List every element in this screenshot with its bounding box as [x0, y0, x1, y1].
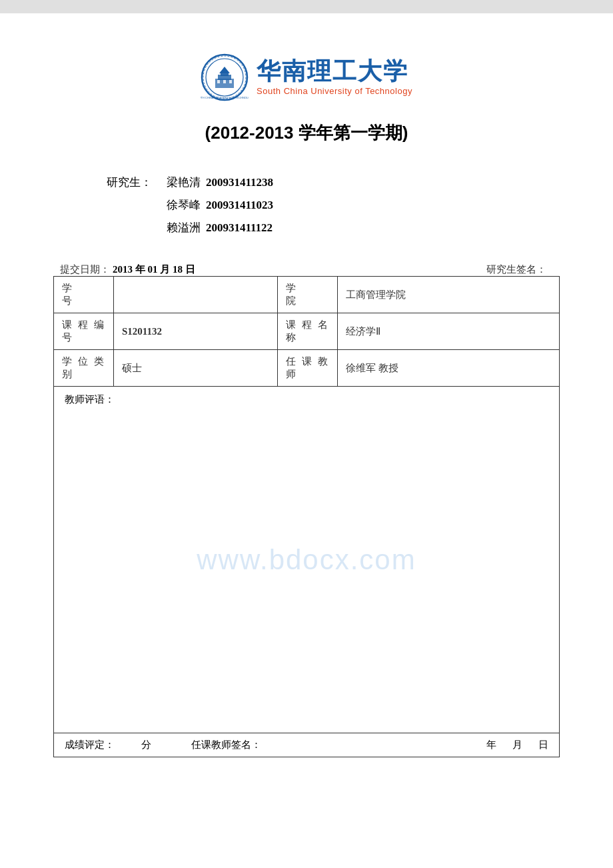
signature-label: 研究生签名：: [486, 263, 546, 276]
student-id-2: 200931411023: [206, 194, 273, 217]
score-label: 成绩评定：: [65, 739, 115, 751]
student-id-3: 200931411122: [206, 217, 273, 239]
label-teacher: 任课教师: [278, 350, 338, 387]
score-unit: 分: [141, 739, 151, 751]
document-title: (2012-2013 学年第一学期): [53, 121, 560, 145]
label-student-id: 学 号: [54, 277, 114, 313]
table-row-2: 课程编号 S1201132 课程名称 经济学Ⅱ: [54, 313, 560, 350]
svg-marker-6: [219, 67, 230, 73]
university-emblem: SOUTH CHINA UNIVERSITY OF TECHNOLOGY: [201, 53, 249, 101]
student-id-1: 200931411238: [206, 171, 273, 194]
submit-line: 提交日期： 2013 年 01 月 18 日 研究生签名：: [53, 263, 560, 276]
score-cell: 成绩评定： 分 任课教师签名： 年 月 日: [54, 733, 560, 757]
value-course-id: S1201132: [114, 313, 278, 350]
comment-label: 教师评语：: [65, 394, 115, 405]
month-label: 月: [512, 739, 522, 751]
authors-label: 研究生：: [107, 171, 167, 194]
info-table: 学 号 学 院 工商管理学院 课程编号 S1201132 课程名称 经济学Ⅱ 学…: [53, 276, 560, 757]
student-row-2: 徐琴峰 200931411023: [107, 194, 560, 217]
label-degree-type: 学位类别: [54, 350, 114, 387]
university-name-chinese: 华南理工大学: [257, 59, 408, 85]
student-name-1: 梁艳清: [167, 171, 201, 194]
svg-text:SOUTH CHINA UNIVERSITY OF TECH: SOUTH CHINA UNIVERSITY OF TECHNOLOGY: [201, 96, 249, 99]
university-name-english: South China University of Technology: [257, 86, 412, 96]
student-row-3: 赖溢洲 200931411122: [107, 217, 560, 239]
student-name-3: 赖溢洲: [167, 217, 201, 239]
submit-date: 2013 年 01 月 18 日: [113, 263, 195, 276]
value-student-id: [114, 277, 278, 313]
value-course-name: 经济学Ⅱ: [338, 313, 560, 350]
value-degree-type: 硕士: [114, 350, 278, 387]
table-row-1: 学 号 学 院 工商管理学院: [54, 277, 560, 313]
label-course-id: 课程编号: [54, 313, 114, 350]
label-college: 学 院: [278, 277, 338, 313]
authors-section: 研究生： 梁艳清 200931411238 徐琴峰 200931411023 赖…: [107, 171, 560, 239]
score-date: 年 月 日: [486, 739, 548, 751]
document-page: SOUTH CHINA UNIVERSITY OF TECHNOLOGY 华南理…: [0, 13, 613, 868]
score-row-inner: 成绩评定： 分 任课教师签名： 年 月 日: [65, 739, 548, 751]
table-row-3: 学位类别 硕士 任课教师 徐维军 教授: [54, 350, 560, 387]
student-row-1: 研究生： 梁艳清 200931411238: [107, 171, 560, 194]
day-label: 日: [538, 739, 548, 751]
value-college: 工商管理学院: [338, 277, 560, 313]
svg-rect-8: [223, 80, 226, 83]
year-label: 年: [486, 739, 496, 751]
teacher-sign-label: 任课教师签名：: [191, 739, 261, 751]
svg-rect-9: [229, 80, 232, 83]
label-course-name: 课程名称: [278, 313, 338, 350]
comment-row: 教师评语： www.bdocx.com: [54, 387, 560, 733]
value-teacher: 徐维军 教授: [338, 350, 560, 387]
watermark: www.bdocx.com: [197, 544, 416, 576]
submit-label: 提交日期：: [60, 263, 110, 276]
student-name-2: 徐琴峰: [167, 194, 201, 217]
score-row: 成绩评定： 分 任课教师签名： 年 月 日: [54, 733, 560, 757]
logo-text: 华南理工大学 South China University of Technol…: [257, 59, 412, 97]
header-logo: SOUTH CHINA UNIVERSITY OF TECHNOLOGY 华南理…: [53, 53, 560, 101]
svg-rect-7: [217, 80, 220, 83]
